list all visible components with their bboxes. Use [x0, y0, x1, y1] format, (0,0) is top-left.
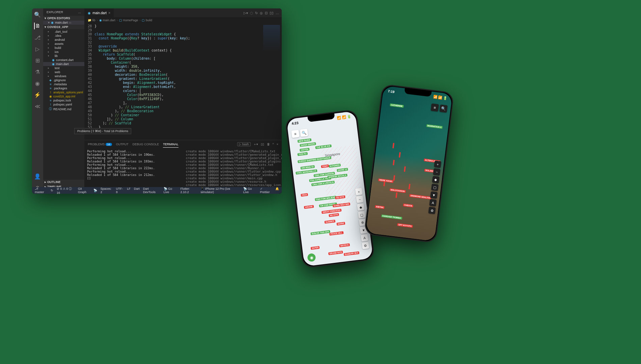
text-button[interactable]: A — [361, 234, 368, 241]
tree-item[interactable]: ▸ios — [43, 50, 84, 54]
ship-label[interactable]: GUNNAR SEA — [344, 251, 360, 256]
encoding-indicator[interactable]: UTF-8 — [116, 187, 124, 194]
eol-indicator[interactable]: LF — [127, 187, 131, 194]
circle-icon[interactable]: ◌ — [250, 11, 253, 15]
golive2-indicator[interactable]: 📡 Go Live — [243, 187, 257, 194]
problems-indicator[interactable]: ⊘ 0 ⚠ 0 ⓘ 16 — [57, 187, 75, 194]
shell-select[interactable]: ▷ bash — [237, 142, 250, 146]
ship-label[interactable]: GRAND KITS — [328, 251, 343, 255]
tree-item[interactable]: ▸windows — [43, 74, 84, 78]
golive-indicator[interactable]: 📡 Go Live — [164, 187, 177, 194]
ship-label[interactable]: GUNNER — [325, 220, 336, 224]
minimap[interactable] — [261, 23, 282, 140]
language-indicator[interactable]: Dart — [134, 187, 140, 194]
bolt-icon[interactable]: ⚡ — [34, 91, 41, 98]
compass-button[interactable]: ◆ — [357, 203, 364, 211]
settings-button[interactable]: ⚙ — [428, 207, 436, 214]
tree-item[interactable]: ▸.idea — [43, 34, 84, 38]
extensions-icon[interactable]: ⊞ — [34, 57, 41, 64]
devtools-indicator[interactable]: Dart DevTools — [143, 187, 160, 194]
ship-label[interactable]: MORNATION II — [426, 124, 443, 129]
search-icon[interactable]: 🔍 — [34, 11, 41, 18]
tree-item[interactable]: ≡.packages — [43, 86, 84, 90]
test-icon[interactable]: ⚗ — [34, 68, 41, 75]
ship-label[interactable]: PB10 — [301, 193, 308, 197]
zoom-in-button[interactable]: + — [434, 160, 441, 168]
close-tab-icon[interactable]: × — [108, 11, 110, 15]
tree-item[interactable]: ◉main.dart — [43, 62, 84, 66]
explorer-icon[interactable]: 🗎 — [34, 23, 41, 29]
bell-icon[interactable]: 🔔 — [275, 187, 279, 194]
ship-label[interactable]: NEW GUIDE — [298, 139, 311, 143]
maximize-icon[interactable]: ^ — [273, 143, 274, 146]
tree-item[interactable]: ▾lib — [43, 54, 84, 58]
tree-item[interactable]: ▸.dart_tool — [43, 30, 84, 34]
open-editor-item[interactable]: × ◉ main.dart lib — [43, 21, 84, 25]
tree-item[interactable]: ▸build — [43, 46, 84, 50]
refresh-icon[interactable]: ↻ — [255, 11, 258, 15]
ship-label[interactable]: SAFER — [311, 246, 320, 250]
close-panel-icon[interactable]: × — [277, 143, 278, 146]
outline-section[interactable]: ▸OUTLINE — [43, 180, 84, 184]
editor-tab[interactable]: ◉ main.dart × — [84, 8, 114, 17]
remote-icon[interactable]: ◉ — [34, 80, 41, 87]
ship-marker[interactable] — [392, 143, 394, 148]
search-button[interactable]: 🔍 — [439, 104, 448, 113]
debug-console-tab[interactable]: DEBUG CONSOLE — [133, 141, 159, 147]
tree-item[interactable]: ◉covid19_app.iml — [43, 94, 84, 98]
tree-item[interactable]: ▸android — [43, 38, 84, 42]
more-icon[interactable]: … — [276, 11, 279, 15]
tree-item[interactable]: ≡pubspec.lock — [43, 98, 84, 102]
settings-button[interactable]: ⚙ — [362, 242, 369, 249]
add-terminal-icon[interactable]: ＋▾ — [253, 142, 258, 147]
account-icon[interactable]: 👤 — [34, 173, 41, 180]
device-indicator[interactable]: 📱 iPhone 12 Pro (ios simulator) — [200, 187, 240, 194]
close-icon[interactable]: × — [48, 21, 50, 24]
bookmark-icon[interactable]: ≪ — [34, 103, 41, 110]
flutter-indicator[interactable]: Flutter: 2.10.2 — [180, 187, 197, 194]
tree-item[interactable]: ≡.metadata — [43, 82, 84, 86]
ship-label[interactable]: CSCL MANZANILLO — [296, 169, 317, 175]
project-section[interactable]: ▾COVID19_APP — [43, 25, 84, 29]
problems-tab[interactable]: PROBLEMS 16 — [88, 141, 112, 147]
tree-item[interactable]: ◈.gitignore — [43, 78, 84, 82]
terminal-tab[interactable]: TERMINAL — [163, 141, 178, 148]
ship-label[interactable]: PEACE HILL — [329, 231, 343, 236]
layer-button[interactable]: ▢ — [358, 211, 365, 218]
more-icon[interactable]: … — [78, 10, 81, 14]
tree-item[interactable]: !pubspec.yaml — [43, 102, 84, 107]
ship-label[interactable]: KIN MING 03 — [300, 165, 315, 170]
fab-button[interactable]: ◉ — [307, 253, 316, 262]
open-editors-section[interactable]: ▾OPEN EDITORS — [43, 16, 84, 21]
tree-item[interactable]: ⓘREADME.md — [43, 107, 84, 112]
ship-label[interactable]: ARIANE — [304, 205, 314, 209]
tree-item[interactable]: ▸web — [43, 70, 84, 74]
broadcast-icon[interactable]: 📡 — [93, 189, 97, 192]
compass-button[interactable]: ◆ — [432, 176, 440, 183]
ship-label[interactable]: DIANA GREEN — [300, 142, 316, 147]
menu-button[interactable]: ≡ — [431, 103, 439, 112]
split-terminal-icon[interactable]: ▯▯ — [261, 143, 264, 146]
branch-indicator[interactable]: ⎇ master — [35, 187, 47, 194]
trash-icon[interactable]: 🗑 — [267, 143, 270, 146]
icon[interactable]: ⊡ — [265, 11, 268, 15]
menu-button[interactable]: ≡ — [291, 130, 300, 138]
tree-item[interactable]: ▸assets — [43, 42, 84, 46]
zoom-in-button[interactable]: + — [355, 188, 363, 195]
ship-label[interactable]: MATRYK — [339, 243, 350, 247]
prettier-indicator[interactable]: ✓ Prettier — [260, 187, 272, 194]
ship-label[interactable]: HAIYEN — [300, 148, 309, 152]
code-editor[interactable]: 28 29 30 31 32 33 34 35 36 37 38 39 40 4… — [84, 23, 282, 140]
code-content[interactable]: } class HomePage extends StatelessWidget… — [94, 23, 282, 140]
run-icon[interactable]: ▷▾ — [244, 11, 248, 15]
ship-label[interactable]: NG KITS — [329, 213, 339, 217]
layer-button[interactable]: ▢ — [431, 184, 439, 191]
zoom-out-button[interactable]: − — [356, 195, 363, 203]
search-button[interactable]: 🔍 — [300, 129, 308, 137]
ship-label[interactable]: TIAN FU — [297, 152, 307, 156]
tree-item[interactable]: ◉constant.dart — [43, 58, 84, 62]
tree-item[interactable]: !analysis_options.yaml — [43, 90, 84, 94]
target-icon[interactable]: ◎ — [260, 11, 263, 15]
sync-icon[interactable]: ↻ — [51, 189, 53, 192]
tree-item[interactable]: ▸test — [43, 66, 84, 70]
